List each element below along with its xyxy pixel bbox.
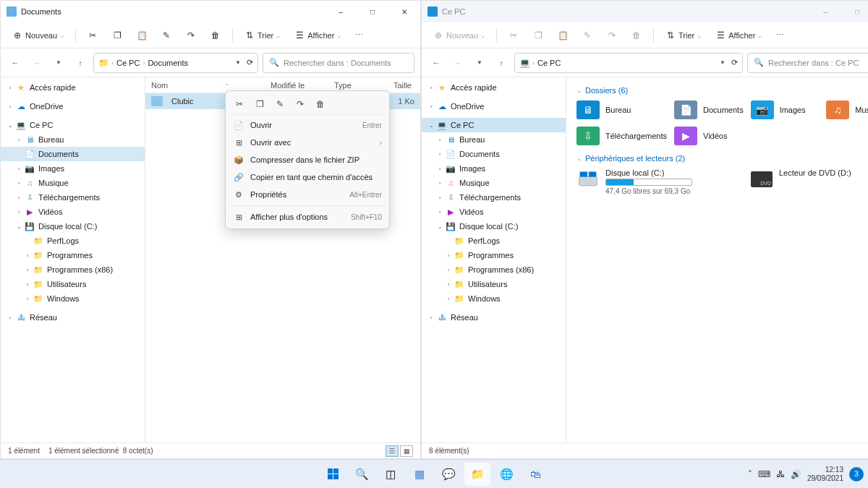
more-button[interactable]: ⋯ [770, 27, 790, 43]
up-button[interactable]: ↑ [493, 54, 510, 72]
section-folders[interactable]: ⌄Dossiers (6) [576, 86, 868, 95]
ctx-open-with[interactable]: ⊞Ouvrir avec› [229, 134, 386, 151]
tree-programs[interactable]: ›📁Programmes [422, 248, 566, 262]
taskbar-clock[interactable]: 12:13 29/09/2021 [807, 466, 843, 483]
maximize-button[interactable]: □ [357, 1, 388, 22]
copy-button[interactable]: ❐ [106, 27, 128, 43]
search-button[interactable]: 🔍 [349, 463, 375, 486]
col-name[interactable]: Nom˄ [145, 81, 265, 90]
rename-button[interactable]: ✎ [156, 27, 177, 43]
details-view-button[interactable]: ☰ [386, 445, 399, 457]
tree-quick-access[interactable]: ›★Accès rapide [1, 80, 145, 95]
cut-icon[interactable]: ✂ [233, 98, 246, 111]
ctx-copy-path[interactable]: 🔗Copier en tant que chemin d'accès [229, 168, 386, 186]
titlebar[interactable]: Ce PC – □ ✕ [422, 1, 868, 22]
share-button[interactable]: ↷ [601, 27, 623, 43]
tree-videos[interactable]: ›▶Vidéos [1, 205, 145, 219]
start-button[interactable] [320, 463, 346, 486]
col-type[interactable]: Type [328, 81, 383, 90]
back-button[interactable]: ← [7, 54, 24, 72]
tree-music[interactable]: ›♫Musique [1, 176, 145, 190]
new-button[interactable]: ⊕Nouveau ⌵ [7, 27, 69, 43]
address-bar[interactable]: 📁 › Ce PC › Documents ▼ ⟳ [93, 53, 258, 73]
tree-users[interactable]: ›📁Utilisateurs [1, 277, 145, 291]
sort-button[interactable]: ⇅Trier ⌵ [660, 27, 707, 43]
ctx-open[interactable]: 📄OuvrirEntrer [229, 116, 386, 134]
tree-users[interactable]: ›📁Utilisateurs [422, 277, 566, 291]
folder-tile-desktop[interactable]: 🖥Bureau [576, 100, 667, 119]
tree-images[interactable]: ›📷Images [422, 161, 566, 176]
maximize-button[interactable]: □ [841, 1, 868, 22]
taskbar-store[interactable]: 🛍 [522, 463, 548, 486]
tree-network[interactable]: ›🖧Réseau [422, 310, 566, 325]
ctx-properties[interactable]: ⚙PropriétésAlt+Entrer [229, 186, 386, 203]
taskview-button[interactable]: ◫ [378, 463, 404, 486]
back-button[interactable]: ← [427, 54, 445, 72]
delete-icon[interactable]: 🗑 [314, 98, 327, 111]
delete-button[interactable]: 🗑 [205, 27, 226, 43]
tree-downloads[interactable]: ›⇩Téléchargements [1, 190, 145, 205]
tree-music[interactable]: ›♫Musique [422, 176, 566, 190]
col-modified[interactable]: Modifié le [265, 81, 328, 90]
search-input[interactable]: 🔍 Rechercher dans : Ce PC [747, 53, 868, 73]
volume-icon[interactable]: 🔊 [791, 469, 801, 479]
sort-button[interactable]: ⇅Trier ⌵ [239, 27, 286, 43]
folder-tile-downloads[interactable]: ⇩Téléchargements [576, 127, 667, 145]
search-input[interactable]: 🔍 Rechercher dans : Documents [263, 53, 414, 73]
view-button[interactable]: ☰Afficher ⌵ [710, 27, 767, 43]
tree-quick-access[interactable]: ›★Accès rapide [422, 80, 566, 95]
copy-icon[interactable]: ❐ [253, 98, 266, 111]
close-button[interactable]: ✕ [388, 1, 420, 22]
taskbar-explorer[interactable]: 📁 [464, 463, 490, 486]
tree-images[interactable]: ›📷Images [1, 161, 145, 176]
tree-windows[interactable]: ›📁Windows [1, 291, 145, 306]
tree-this-pc[interactable]: ⌄💻Ce PC [1, 118, 145, 132]
share-icon[interactable]: ↷ [294, 98, 307, 111]
drive-tile-dvd[interactable]: DVD Lecteur de DVD (D:) [750, 168, 868, 195]
chat-button[interactable]: 💬 [435, 463, 461, 486]
tree-programs-x86[interactable]: ›📁Programmes (x86) [422, 262, 566, 277]
taskbar-edge[interactable]: 🌐 [493, 463, 519, 486]
share-button[interactable]: ↷ [180, 27, 202, 43]
tree-perflogs[interactable]: 📁PerfLogs [422, 234, 566, 248]
tree-drive-c[interactable]: ⌄💾Disque local (C:) [1, 219, 145, 234]
folder-tile-music[interactable]: ♫Musique [826, 100, 868, 119]
view-button[interactable]: ☰Afficher ⌵ [289, 27, 346, 43]
ctx-show-more[interactable]: ⊞Afficher plus d'optionsShift+F10 [229, 208, 386, 226]
dropdown-icon[interactable]: ▼ [235, 59, 241, 66]
tree-desktop[interactable]: ›🖥Bureau [422, 132, 566, 147]
drive-tile-c[interactable]: Disque local (C:) 47,4 Go libres sur 69,… [576, 168, 721, 195]
tree-onedrive[interactable]: ›☁OneDrive [1, 99, 145, 114]
titlebar[interactable]: Documents – □ ✕ [1, 1, 420, 22]
paste-button[interactable]: 📋 [552, 27, 574, 43]
recent-button[interactable]: ▼ [50, 54, 67, 72]
tree-network[interactable]: ›🖧Réseau [1, 310, 145, 325]
copy-button[interactable]: ❐ [527, 27, 549, 43]
folder-tile-videos[interactable]: ▶Vidéos [674, 127, 744, 145]
tree-onedrive[interactable]: ›☁OneDrive [422, 99, 566, 114]
tree-documents[interactable]: 📄Documents [1, 147, 145, 161]
col-size[interactable]: Taille [383, 81, 417, 90]
minimize-button[interactable]: – [809, 1, 841, 22]
tree-programs[interactable]: ›📁Programmes [1, 248, 145, 262]
widgets-button[interactable]: ▦ [407, 463, 433, 486]
folder-tile-documents[interactable]: 📄Documents [674, 100, 744, 119]
keyboard-icon[interactable]: ⌨ [758, 469, 770, 479]
notifications-button[interactable]: 3 [849, 467, 864, 481]
refresh-button[interactable]: ⟳ [731, 58, 738, 67]
new-button[interactable]: ⊕Nouveau ⌵ [427, 27, 490, 43]
tree-perflogs[interactable]: 📁PerfLogs [1, 234, 145, 248]
cut-button[interactable]: ✂ [82, 27, 103, 43]
tree-desktop[interactable]: ›🖥Bureau [1, 132, 145, 147]
tree-documents[interactable]: ›📄Documents [422, 147, 566, 161]
tree-programs-x86[interactable]: ›📁Programmes (x86) [1, 262, 145, 277]
forward-button[interactable]: → [449, 54, 467, 72]
ctx-compress-zip[interactable]: 📦Compresser dans le fichier ZIP [229, 151, 386, 168]
folder-tile-images[interactable]: 📷Images [751, 100, 820, 119]
up-button[interactable]: ↑ [72, 54, 89, 72]
tree-videos[interactable]: ›▶Vidéos [422, 205, 566, 219]
forward-button[interactable]: → [28, 54, 46, 72]
paste-button[interactable]: 📋 [131, 27, 153, 43]
delete-button[interactable]: 🗑 [626, 27, 647, 43]
rename-icon[interactable]: ✎ [273, 98, 286, 111]
